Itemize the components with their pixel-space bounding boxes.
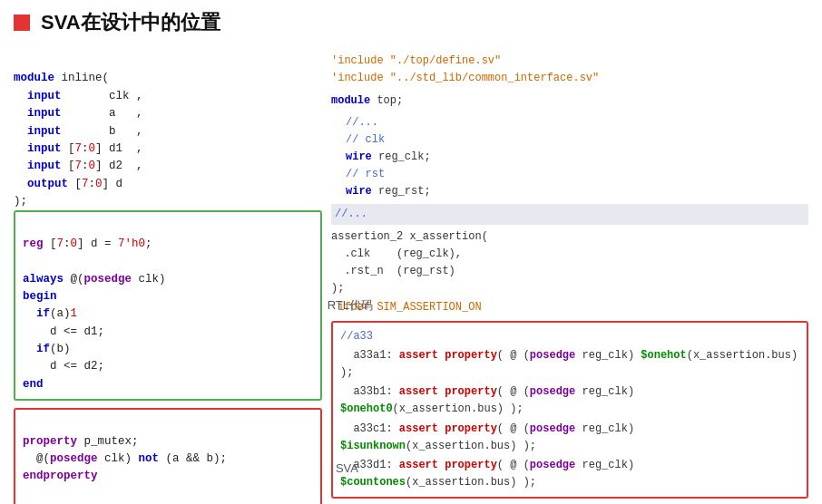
comment-clk: // clk [346,131,808,149]
left-column: module inline( input clk , input a , inp… [14,53,322,504]
sva-box: property p_mutex; @(posedge clk) not (a … [14,408,322,504]
ifdef-line: 'ifdef SIM_ASSERTION_ON [331,299,808,316]
wire-clk: wire reg_clk; [346,149,808,166]
ellipsis2-shaded: //... [331,204,808,225]
include1: 'include "./top/define.sv" [331,53,808,70]
right-includes: 'include "./top/define.sv" 'include "../… [331,53,808,87]
rtl-label: RTL代码 [328,297,373,314]
assert-box: //a33 a33a1: assert property( @ (posedge… [331,321,808,499]
module-header-code: module inline( input clk , input a , inp… [14,53,322,210]
page-title: SVA在设计中的位置 [41,9,220,36]
right-column: 'include "./top/define.sv" 'include "../… [331,53,808,504]
a33c1-line: a33c1: assert property( @ (posedge reg_c… [340,421,799,455]
title-row: SVA在设计中的位置 [14,9,808,36]
a33d1-line: a33d1: assert property( @ (posedge reg_c… [340,457,799,491]
ellipsis1: //... [331,114,808,131]
sva-code: property p_mutex; @(posedge clk) not (a … [23,415,313,504]
red-square-icon [14,15,30,31]
rtl-box: reg [7:0] d = 7'h0; always @(posedge clk… [14,210,322,401]
sva-label: SVA [336,461,358,475]
rtl-code: reg [7:0] d = 7'h0; always @(posedge clk… [23,218,313,393]
wire-rst: wire reg_rst; [346,183,808,200]
assertion-instance: assertion_2 x_assertion( .clk (reg_clk),… [331,228,808,298]
main-layout: module inline( input clk , input a , inp… [14,53,808,504]
a33a1-line: a33a1: assert property( @ (posedge reg_c… [340,347,799,382]
a33b1-line: a33b1: assert property( @ (posedge reg_c… [340,383,799,418]
comment-a33: //a33 [340,328,799,345]
include2: 'include "../std_lib/common_interface.sv… [331,70,808,87]
clk-section: // clk wire reg_clk; // rst wire reg_rst… [331,131,808,201]
comment-rst: // rst [346,166,808,183]
module-top: module top; [331,92,808,110]
